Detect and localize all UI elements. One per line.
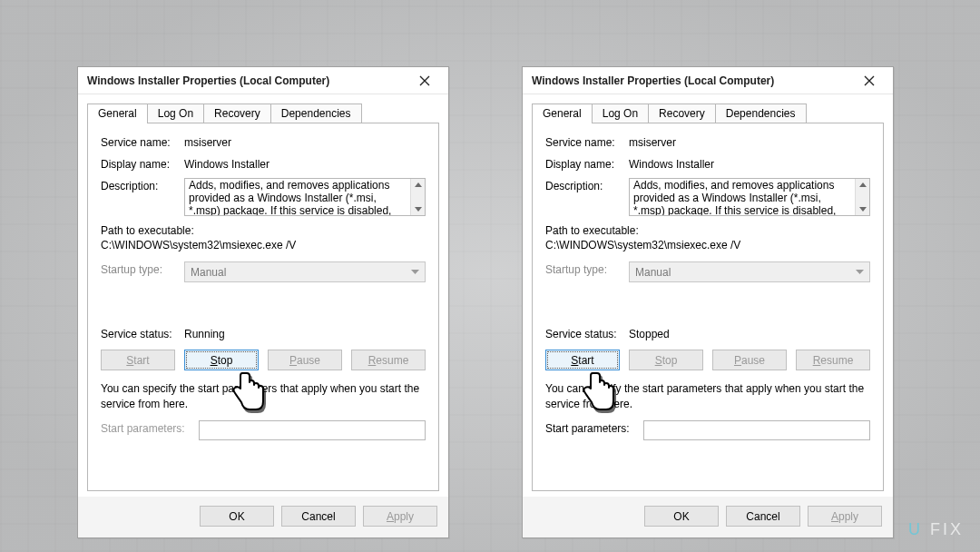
chevron-down-icon <box>856 270 864 275</box>
description-row: Description: Adds, modifies, and removes… <box>545 178 870 216</box>
path-value: C:\WINDOWS\system32\msiexec.exe /V <box>545 238 870 252</box>
start-parameters-note: You can specify the start parameters tha… <box>101 381 426 410</box>
stop-button: Stop <box>629 350 703 370</box>
watermark-suffix: FIX <box>930 520 964 538</box>
close-icon <box>864 75 875 86</box>
apply-button: Apply <box>363 506 437 527</box>
pause-button: Pause <box>712 350 787 370</box>
cancel-button[interactable]: Cancel <box>281 506 356 527</box>
control-buttons: Start Stop Pause Resume <box>101 350 426 370</box>
tab-recovery[interactable]: Recovery <box>203 104 271 123</box>
service-name-label: Service name: <box>545 134 629 149</box>
dialog-button-row: OK Cancel Apply <box>78 497 448 537</box>
close-button[interactable] <box>408 67 441 94</box>
chevron-down-icon <box>411 270 419 275</box>
scroll-up-button[interactable] <box>411 179 426 192</box>
tab-general[interactable]: General <box>87 104 148 123</box>
control-buttons: Start Stop Pause Resume <box>545 350 870 370</box>
start-parameters-input[interactable] <box>643 420 870 440</box>
startup-type-value: Manual <box>191 266 226 279</box>
close-icon <box>419 75 430 86</box>
description-label: Description: <box>101 178 184 192</box>
service-status-value: Running <box>184 326 225 340</box>
chevron-up-icon <box>415 182 422 188</box>
service-status-row: Service status: Stopped <box>545 326 870 340</box>
path-label: Path to executable: <box>545 223 870 238</box>
tab-strip: General Log On Recovery Dependencies <box>78 94 448 123</box>
tab-panel-general: Service name: msiserver Display name: Wi… <box>532 123 884 491</box>
description-value: Adds, modifies, and removes applications… <box>633 179 836 216</box>
tab-strip: General Log On Recovery Dependencies <box>523 94 893 123</box>
path-block: Path to executable: C:\WINDOWS\system32\… <box>101 223 426 252</box>
apply-button: Apply <box>808 506 882 527</box>
service-status-value: Stopped <box>629 326 670 340</box>
tab-dependencies[interactable]: Dependencies <box>270 104 362 123</box>
description-value: Adds, modifies, and removes applications… <box>189 179 391 216</box>
display-name-value: Windows Installer <box>629 156 714 171</box>
description-scrollbar[interactable] <box>410 179 425 215</box>
tab-general[interactable]: General <box>532 104 593 123</box>
startup-type-row: Startup type: Manual <box>545 261 870 282</box>
ok-button[interactable]: OK <box>644 506 719 527</box>
startup-type-label: Startup type: <box>545 261 629 276</box>
chevron-down-icon <box>415 206 422 212</box>
service-name-row: Service name: msiserver <box>545 134 870 149</box>
start-parameters-label: Start parameters: <box>545 420 643 435</box>
cancel-button[interactable]: Cancel <box>726 506 800 527</box>
tab-log-on[interactable]: Log On <box>592 104 649 123</box>
startup-type-select[interactable]: Manual <box>184 261 426 282</box>
chevron-down-icon <box>859 206 867 212</box>
tab-log-on[interactable]: Log On <box>147 104 204 123</box>
resume-button: Resume <box>796 350 870 370</box>
pause-button: Pause <box>268 350 342 370</box>
watermark: U FIX <box>908 520 964 539</box>
dialog-button-row: OK Cancel Apply <box>523 497 893 537</box>
scroll-down-button[interactable] <box>856 202 870 215</box>
service-name-value: msiserver <box>629 134 676 149</box>
scroll-down-button[interactable] <box>411 202 426 215</box>
properties-dialog-right: Windows Installer Properties (Local Comp… <box>522 66 894 538</box>
titlebar: Windows Installer Properties (Local Comp… <box>523 67 893 94</box>
start-button: Start <box>101 350 175 370</box>
titlebar: Windows Installer Properties (Local Comp… <box>78 67 448 94</box>
resume-button: Resume <box>351 350 426 370</box>
window-title: Windows Installer Properties (Local Comp… <box>532 74 774 87</box>
ok-button[interactable]: OK <box>200 506 274 527</box>
properties-dialog-left: Windows Installer Properties (Local Comp… <box>77 66 449 538</box>
service-status-label: Service status: <box>545 326 629 340</box>
display-name-value: Windows Installer <box>184 156 270 171</box>
close-button[interactable] <box>853 67 886 94</box>
path-label: Path to executable: <box>101 223 426 238</box>
startup-type-select[interactable]: Manual <box>629 261 870 282</box>
start-parameters-label: Start parameters: <box>101 420 199 435</box>
watermark-prefix: U <box>908 520 923 538</box>
description-scrollbar[interactable] <box>855 179 869 215</box>
description-label: Description: <box>545 178 629 192</box>
service-name-value: msiserver <box>184 134 231 149</box>
path-block: Path to executable: C:\WINDOWS\system32\… <box>545 223 870 252</box>
start-button[interactable]: Start <box>545 350 620 370</box>
start-parameters-note: You can specify the start parameters tha… <box>545 381 870 410</box>
start-parameters-row: Start parameters: <box>545 420 870 440</box>
service-name-label: Service name: <box>101 134 184 149</box>
tab-dependencies[interactable]: Dependencies <box>715 104 807 123</box>
service-status-row: Service status: Running <box>101 326 426 340</box>
display-name-row: Display name: Windows Installer <box>545 156 870 171</box>
description-row: Description: Adds, modifies, and removes… <box>101 178 426 216</box>
path-value: C:\WINDOWS\system32\msiexec.exe /V <box>101 238 426 252</box>
start-parameters-row: Start parameters: <box>101 420 426 440</box>
display-name-row: Display name: Windows Installer <box>101 156 426 171</box>
startup-type-value: Manual <box>635 266 671 279</box>
startup-type-label: Startup type: <box>101 261 184 276</box>
display-name-label: Display name: <box>101 156 184 171</box>
scroll-up-button[interactable] <box>856 179 870 192</box>
description-text[interactable]: Adds, modifies, and removes applications… <box>184 178 426 216</box>
chevron-up-icon <box>859 182 867 188</box>
service-status-label: Service status: <box>101 326 184 340</box>
tab-recovery[interactable]: Recovery <box>648 104 716 123</box>
service-name-row: Service name: msiserver <box>101 134 426 149</box>
tab-panel-general: Service name: msiserver Display name: Wi… <box>87 123 439 491</box>
description-text[interactable]: Adds, modifies, and removes applications… <box>629 178 870 216</box>
stop-button[interactable]: Stop <box>184 350 259 370</box>
display-name-label: Display name: <box>545 156 629 171</box>
